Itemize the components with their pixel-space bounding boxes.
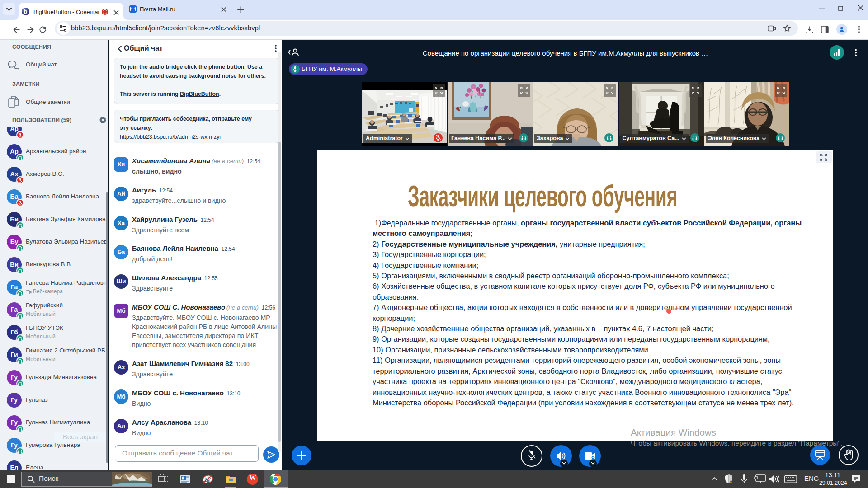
svg-text:!: ! — [731, 481, 732, 483]
